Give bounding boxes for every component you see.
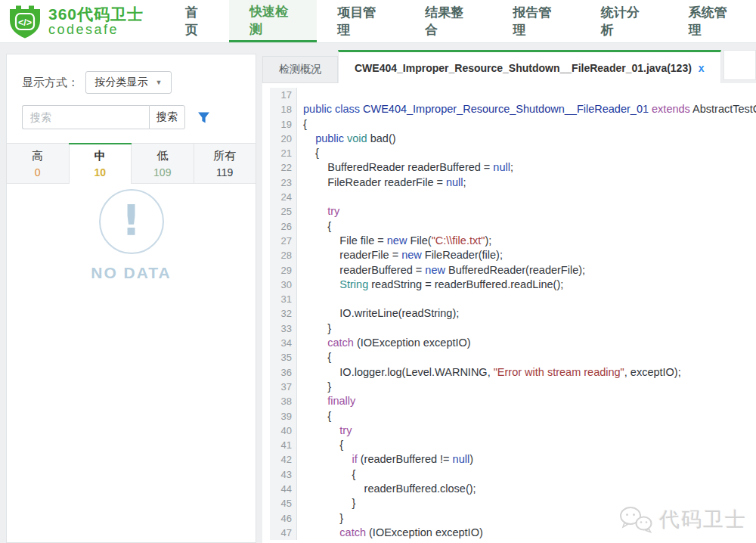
code-line-text: public class CWE404_Improper_Resource_Sh… — [297, 102, 756, 116]
severity-tab-label: 中 — [94, 149, 106, 163]
code-line-text: } — [297, 380, 331, 394]
empty-state: ! NO DATA — [7, 189, 256, 282]
severity-tabs: 高0中10低109所有119 — [7, 143, 256, 184]
line-number: 38 — [270, 394, 297, 408]
line-number: 26 — [270, 219, 297, 234]
nav-item-4[interactable]: 结果整合 — [404, 0, 492, 42]
line-number: 40 — [270, 424, 297, 438]
no-data-icon: ! — [99, 189, 164, 254]
exclamation-glyph: ! — [122, 199, 141, 244]
line-number: 37 — [270, 380, 297, 394]
line-number: 33 — [270, 321, 297, 336]
code-line-text: readerBuffered.close(); — [297, 482, 476, 496]
nav-item-label: 统计分析 — [601, 4, 648, 39]
display-mode-select[interactable]: 按分类显示 ▼ — [85, 71, 172, 94]
nav-item-label: 结果整合 — [425, 4, 472, 39]
severity-tab-2[interactable]: 中10 — [70, 144, 132, 183]
file-tab-bar: 检测概况CWE404_Improper_Resource_Shutdown__F… — [262, 50, 756, 83]
code-line-text: public void bad() — [297, 132, 396, 146]
code-line-text: catch (IOException exceptIO) — [297, 336, 471, 350]
code-line: 45 } — [270, 496, 756, 510]
severity-tab-3[interactable]: 低109 — [132, 144, 194, 183]
nav-items: 首页快速检测项目管理结果整合报告管理统计分析系统管理 — [165, 0, 756, 42]
code-line-text: { — [297, 219, 331, 234]
nav-item-1[interactable]: 首页 — [165, 0, 229, 42]
nav-item-label: 首页 — [185, 4, 209, 39]
filter-button[interactable] — [197, 111, 210, 124]
line-number: 22 — [270, 160, 297, 175]
code-line-text: } — [297, 321, 331, 336]
svg-text:</>: </> — [18, 17, 32, 28]
code-line: 25 try — [270, 204, 756, 219]
nav-item-label: 报告管理 — [513, 4, 560, 39]
code-line: 36 IO.logger.log(Level.WARNING, "Error w… — [270, 365, 756, 380]
nav-item-label: 系统管理 — [689, 4, 736, 39]
code-line-text: IO.writeLine(readString); — [297, 306, 459, 321]
logo-text: 360代码卫士 codesafe — [48, 6, 144, 37]
code-line: 46 } — [270, 511, 756, 526]
line-number: 44 — [270, 482, 297, 496]
close-tab-icon[interactable]: x — [699, 62, 705, 74]
line-number: 25 — [270, 204, 297, 219]
line-number: 18 — [270, 102, 297, 116]
code-line: 34 catch (IOException exceptIO) — [270, 336, 756, 350]
code-line: 21 { — [270, 146, 756, 160]
line-number: 45 — [270, 496, 297, 510]
code-line-text: FileReader readerFile = null; — [297, 175, 466, 190]
code-line: 41 { — [270, 438, 756, 452]
file-tab-label: CWE404_Improper_Resource_Shutdown__FileR… — [355, 62, 692, 74]
severity-tab-label: 低 — [156, 149, 168, 163]
no-data-text: NO DATA — [7, 264, 256, 282]
severity-tab-label: 高 — [32, 149, 43, 163]
line-number: 30 — [270, 278, 297, 292]
code-line: 29 readerBuffered = new BufferedReader(r… — [270, 263, 756, 278]
code-line-text: finally — [297, 394, 355, 408]
top-navigation-bar: </> 360代码卫士 codesafe 首页快速检测项目管理结果整合报告管理统… — [0, 0, 756, 43]
code-line: 30 String readString = readerBuffered.re… — [270, 278, 756, 292]
line-number: 31 — [270, 292, 297, 306]
code-line: 23 FileReader readerFile = null; — [270, 175, 756, 190]
file-tab-label: 检测概况 — [279, 63, 321, 76]
nav-item-2[interactable]: 快速检测 — [229, 0, 317, 42]
nav-item-6[interactable]: 统计分析 — [581, 0, 668, 42]
code-line-text: { — [297, 438, 343, 452]
code-line: 19{ — [270, 117, 756, 132]
code-line: 20 public void bad() — [270, 132, 756, 146]
filter-funnel-icon — [197, 111, 210, 124]
code-line: 37 } — [270, 380, 756, 394]
line-number: 19 — [270, 117, 297, 132]
severity-tab-1[interactable]: 高0 — [7, 144, 70, 183]
search-input[interactable] — [22, 105, 149, 129]
nav-item-label: 快速检测 — [249, 3, 296, 38]
display-mode-label: 显示方式： — [22, 76, 79, 90]
file-tab-1[interactable]: 检测概况 — [262, 56, 338, 83]
severity-tab-count: 0 — [35, 166, 41, 178]
code-line: 35 { — [270, 350, 756, 365]
line-number: 29 — [270, 263, 297, 278]
line-number: 47 — [270, 526, 297, 540]
code-line-text: File file = new File("C:\\file.txt"); — [297, 234, 491, 248]
file-tab-2[interactable]: CWE404_Improper_Resource_Shutdown__FileR… — [338, 50, 721, 83]
severity-tab-count: 10 — [94, 166, 106, 178]
line-number: 20 — [270, 132, 297, 146]
nav-item-3[interactable]: 项目管理 — [317, 0, 404, 42]
code-line: 42 if (readerBuffered != null) — [270, 452, 756, 467]
line-number: 35 — [270, 350, 297, 365]
line-number: 43 — [270, 467, 297, 482]
severity-tab-4[interactable]: 所有119 — [194, 144, 256, 183]
nav-item-7[interactable]: 系统管理 — [668, 0, 756, 42]
code-line: 22 BufferedReader readerBuffered = null; — [270, 160, 756, 175]
brand-title-en: codesafe — [48, 23, 144, 37]
code-line-text: readerBuffered = new BufferedReader(read… — [297, 263, 585, 278]
code-line: 27 File file = new File("C:\\file.txt"); — [270, 234, 756, 248]
nav-item-5[interactable]: 报告管理 — [493, 0, 581, 42]
code-line-text: IO.logger.log(Level.WARNING, "Error with… — [297, 365, 681, 380]
code-line-text: try — [297, 204, 339, 219]
code-line-text: { — [297, 409, 331, 424]
line-number: 36 — [270, 365, 297, 380]
line-number: 42 — [270, 452, 297, 467]
code-line: 17 — [270, 88, 756, 102]
app-logo: </> 360代码卫士 codesafe — [0, 0, 165, 42]
search-button[interactable]: 搜索 — [149, 105, 185, 129]
code-viewer[interactable]: 1718public class CWE404_Improper_Resourc… — [262, 83, 756, 543]
